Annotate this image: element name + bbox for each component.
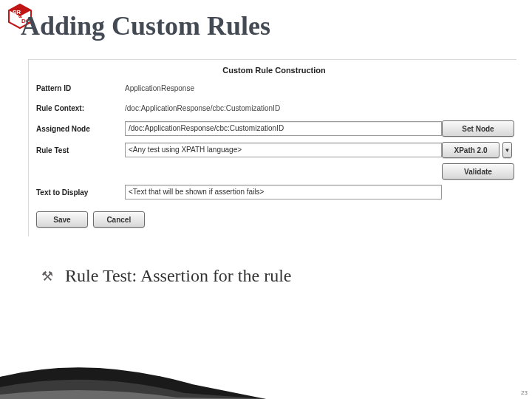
rule-construction-panel: Custom Rule Construction Pattern ID Appl… <box>28 59 516 236</box>
save-button[interactable]: Save <box>36 211 88 228</box>
slide-title: Adding Custom Rules <box>21 10 270 41</box>
panel-header: Custom Rule Construction <box>36 66 512 75</box>
bullet-line: ⚒ Rule Test: Assertion for the rule <box>41 266 292 286</box>
row-pattern-id: Pattern ID ApplicationResponse <box>36 81 512 95</box>
label-text-to-display: Text to Display <box>36 188 125 197</box>
bullet-text: Rule Test: Assertion for the rule <box>65 266 292 286</box>
input-text-to-display[interactable]: <Text that will be shown if assertion fa… <box>125 185 442 200</box>
label-rule-test: Rule Test <box>36 146 125 154</box>
row-validate: Validate <box>36 163 512 180</box>
decorative-swoosh <box>0 355 266 399</box>
cancel-button[interactable]: Cancel <box>93 211 145 228</box>
label-assigned-node: Assigned Node <box>36 125 125 133</box>
bullet-icon: ⚒ <box>41 270 53 283</box>
row-rule-test: Rule Test <Any test using XPATH language… <box>36 142 512 158</box>
label-pattern-id: Pattern ID <box>36 84 125 92</box>
chevron-down-icon[interactable]: ▼ <box>502 142 512 158</box>
input-rule-test[interactable]: <Any test using XPATH language> <box>125 143 442 157</box>
row-text-to-display: Text to Display <Text that will be shown… <box>36 185 512 200</box>
row-assigned-node: Assigned Node /doc:ApplicationResponse/c… <box>36 120 512 137</box>
validate-button[interactable]: Validate <box>442 163 514 180</box>
value-rule-context: /doc:ApplicationResponse/cbc:Customizati… <box>125 104 280 112</box>
value-pattern-id: ApplicationResponse <box>125 84 194 92</box>
row-rule-context: Rule Context: /doc:ApplicationResponse/c… <box>36 100 512 115</box>
xpath-version-button[interactable]: XPath 2.0 <box>442 142 499 158</box>
label-rule-context: Rule Context: <box>36 104 125 112</box>
panel-actions: Save Cancel <box>36 211 512 228</box>
set-node-button[interactable]: Set Node <box>442 120 514 137</box>
input-assigned-node[interactable]: /doc:ApplicationResponse/cbc:Customizati… <box>125 121 442 136</box>
page-number: 23 <box>521 389 528 396</box>
